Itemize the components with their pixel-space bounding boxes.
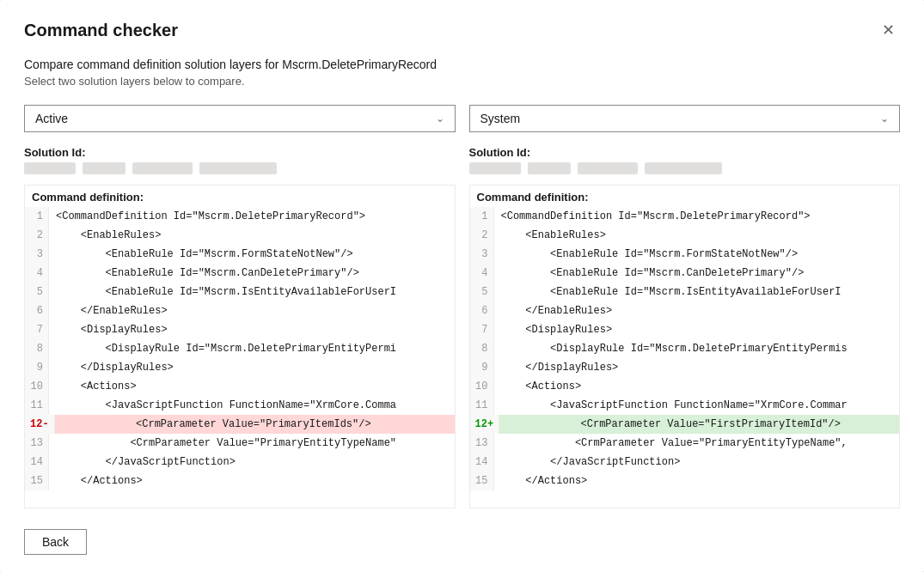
code-line: 14 </JavaScriptFunction>	[25, 453, 455, 472]
right-id-placeholder-1	[469, 162, 521, 174]
line-number: 1	[25, 207, 49, 226]
left-dropdown[interactable]: Active ⌄	[24, 105, 456, 132]
code-line: 14 </JavaScriptFunction>	[470, 453, 900, 472]
right-dropdown-wrapper: System ⌄	[469, 105, 901, 132]
dropdowns-row: Active ⌄ System ⌄	[24, 105, 900, 132]
line-code: <CommandDefinition Id="Mscrm.DeletePrima…	[49, 207, 372, 226]
line-code: <CrmParameter Value="PrimaryItemIds"/>	[55, 415, 378, 434]
left-code-content[interactable]: 1<CommandDefinition Id="Mscrm.DeletePrim…	[25, 207, 455, 490]
right-solution-id-block: Solution Id:	[469, 146, 901, 174]
line-code: <CommandDefinition Id="Mscrm.DeletePrima…	[494, 207, 817, 226]
code-line: 12+ <CrmParameter Value="FirstPrimaryIte…	[470, 415, 900, 434]
right-dropdown[interactable]: System ⌄	[469, 105, 901, 132]
line-code: <EnableRule Id="Mscrm.FormStateNotNew"/>	[494, 245, 805, 264]
footer: Back	[24, 522, 900, 555]
line-number: 1	[470, 207, 494, 226]
line-number: 6	[25, 301, 49, 320]
line-number: 2	[470, 226, 494, 245]
line-code: <DisplayRules>	[494, 320, 620, 339]
line-number: 11	[470, 396, 494, 415]
line-number: 4	[470, 264, 494, 283]
code-line: 5 <EnableRule Id="Mscrm.IsEntityAvailabl…	[25, 283, 455, 301]
left-id-placeholder-2	[83, 162, 125, 174]
line-number: 3	[470, 245, 494, 264]
code-line: 1<CommandDefinition Id="Mscrm.DeletePrim…	[470, 207, 900, 226]
line-number: 13	[470, 434, 494, 453]
line-code: <CrmParameter Value="FirstPrimaryItemId"…	[499, 415, 848, 434]
line-code: <DisplayRule Id="Mscrm.DeletePrimaryEnti…	[494, 339, 854, 358]
line-code: <EnableRule Id="Mscrm.CanDeletePrimary"/…	[494, 264, 811, 283]
line-number: 5	[25, 283, 49, 301]
line-code: </Actions>	[49, 472, 150, 490]
line-code: <EnableRule Id="Mscrm.IsEntityAvailableF…	[49, 283, 403, 301]
code-line: 3 <EnableRule Id="Mscrm.FormStateNotNew"…	[25, 245, 455, 264]
code-line: 13 <CrmParameter Value="PrimaryEntityTyp…	[470, 434, 900, 453]
line-number: 8	[470, 339, 494, 358]
code-line: 8 <DisplayRule Id="Mscrm.DeletePrimaryEn…	[470, 339, 900, 358]
line-number: 11	[25, 396, 49, 415]
line-number: 14	[25, 453, 49, 472]
line-code: <CrmParameter Value="PrimaryEntityTypeNa…	[494, 434, 854, 453]
subtitle-sub: Select two solution layers below to comp…	[24, 75, 900, 88]
left-code-panel: Command definition: 1<CommandDefinition …	[24, 185, 456, 508]
line-code: </Actions>	[494, 472, 595, 490]
left-solution-id-label: Solution Id:	[24, 146, 456, 159]
line-code: <EnableRule Id="Mscrm.IsEntityAvailableF…	[494, 283, 848, 301]
line-number: 10	[470, 377, 494, 396]
line-code: </DisplayRules>	[49, 358, 181, 377]
right-solution-id-label: Solution Id:	[469, 146, 901, 159]
code-line: 9 </DisplayRules>	[470, 358, 900, 377]
dialog-title: Command checker	[24, 21, 178, 40]
right-code-panel: Command definition: 1<CommandDefinition …	[469, 185, 901, 508]
line-code: <EnableRules>	[494, 226, 613, 245]
line-number: 4	[25, 264, 49, 283]
code-line: 12- <CrmParameter Value="PrimaryItemIds"…	[25, 415, 455, 434]
code-line: 10 <Actions>	[25, 377, 455, 396]
right-id-placeholder-4	[645, 162, 722, 174]
right-dropdown-chevron-icon: ⌄	[880, 113, 889, 125]
close-button[interactable]: ✕	[877, 21, 900, 40]
code-line: 4 <EnableRule Id="Mscrm.CanDeletePrimary…	[470, 264, 900, 283]
code-line: 2 <EnableRules>	[470, 226, 900, 245]
line-code: <EnableRules>	[49, 226, 168, 245]
line-number: 15	[25, 472, 49, 490]
line-number: 3	[25, 245, 49, 264]
code-line: 11 <JavaScriptFunction FunctionName="Xrm…	[470, 396, 900, 415]
code-line: 7 <DisplayRules>	[470, 320, 900, 339]
subtitle-section: Compare command definition solution laye…	[24, 58, 900, 88]
line-code: <DisplayRule Id="Mscrm.DeletePrimaryEnti…	[49, 339, 403, 358]
line-number: 9	[25, 358, 49, 377]
line-number: 10	[25, 377, 49, 396]
line-code: <Actions>	[494, 377, 589, 396]
code-line: 6 </EnableRules>	[470, 301, 900, 320]
code-line: 11 <JavaScriptFunction FunctionName="Xrm…	[25, 396, 455, 415]
line-code: </EnableRules>	[49, 301, 174, 320]
code-line: 10 <Actions>	[470, 377, 900, 396]
code-line: 15 </Actions>	[25, 472, 455, 490]
left-solution-id-value	[24, 162, 456, 174]
back-button[interactable]: Back	[24, 529, 87, 555]
line-code: <DisplayRules>	[49, 320, 174, 339]
line-number: 13	[25, 434, 49, 453]
right-code-content[interactable]: 1<CommandDefinition Id="Mscrm.DeletePrim…	[470, 207, 900, 490]
solution-id-section: Solution Id: Solution Id:	[24, 146, 900, 174]
left-id-placeholder-1	[24, 162, 76, 174]
line-code: <JavaScriptFunction FunctionName="XrmCor…	[494, 396, 854, 415]
line-number: 5	[470, 283, 494, 301]
code-line: 2 <EnableRules>	[25, 226, 455, 245]
code-line: 7 <DisplayRules>	[25, 320, 455, 339]
line-code: </JavaScriptFunction>	[494, 453, 688, 472]
right-dropdown-value: System	[480, 112, 521, 125]
dialog-header: Command checker ✕	[24, 21, 900, 40]
right-id-placeholder-2	[528, 162, 571, 174]
line-code: </JavaScriptFunction>	[49, 453, 242, 472]
left-dropdown-chevron-icon: ⌄	[436, 113, 444, 125]
code-line: 6 </EnableRules>	[25, 301, 455, 320]
line-number: 7	[470, 320, 494, 339]
line-number: 2	[25, 226, 49, 245]
subtitle-main: Compare command definition solution laye…	[24, 58, 900, 71]
code-line: 8 <DisplayRule Id="Mscrm.DeletePrimaryEn…	[25, 339, 455, 358]
line-code: </EnableRules>	[494, 301, 620, 320]
code-line: 3 <EnableRule Id="Mscrm.FormStateNotNew"…	[470, 245, 900, 264]
left-solution-id-block: Solution Id:	[24, 146, 456, 174]
